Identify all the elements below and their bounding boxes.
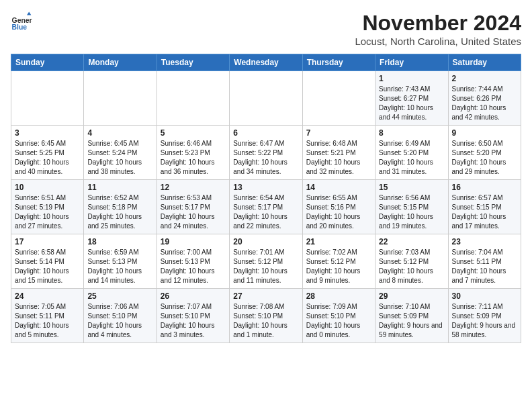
calendar-cell <box>230 71 302 126</box>
day-detail: Sunrise: 6:53 AM Sunset: 5:17 PM Dayligh… <box>161 193 226 231</box>
calendar-week-4: 17Sunrise: 6:58 AM Sunset: 5:14 PM Dayli… <box>11 234 521 289</box>
calendar-cell: 1Sunrise: 7:43 AM Sunset: 6:27 PM Daylig… <box>375 71 448 126</box>
day-detail: Sunrise: 6:57 AM Sunset: 5:15 PM Dayligh… <box>452 193 517 231</box>
subtitle: Locust, North Carolina, United States <box>355 36 521 47</box>
day-detail: Sunrise: 6:58 AM Sunset: 5:14 PM Dayligh… <box>15 248 80 285</box>
calendar-cell: 30Sunrise: 7:11 AM Sunset: 5:09 PM Dayli… <box>448 289 521 343</box>
day-detail: Sunrise: 7:02 AM Sunset: 5:12 PM Dayligh… <box>306 248 371 285</box>
calendar-cell: 29Sunrise: 7:10 AM Sunset: 5:09 PM Dayli… <box>375 289 448 343</box>
calendar-week-2: 3Sunrise: 6:45 AM Sunset: 5:25 PM Daylig… <box>11 126 521 180</box>
calendar-cell: 2Sunrise: 7:44 AM Sunset: 6:26 PM Daylig… <box>448 71 521 126</box>
day-detail: Sunrise: 7:44 AM Sunset: 6:26 PM Dayligh… <box>452 85 517 122</box>
calendar-cell <box>11 71 84 126</box>
day-detail: Sunrise: 7:06 AM Sunset: 5:10 PM Dayligh… <box>87 302 152 340</box>
svg-text:Blue: Blue <box>12 24 28 31</box>
day-number: 17 <box>15 237 80 246</box>
day-number: 15 <box>379 183 444 192</box>
calendar-cell <box>302 71 375 126</box>
day-detail: Sunrise: 6:48 AM Sunset: 5:21 PM Dayligh… <box>306 139 371 177</box>
header-friday: Friday <box>375 54 448 71</box>
day-detail: Sunrise: 6:55 AM Sunset: 5:16 PM Dayligh… <box>306 193 371 231</box>
day-number: 29 <box>379 291 444 301</box>
calendar-cell: 13Sunrise: 6:54 AM Sunset: 5:17 PM Dayli… <box>230 180 302 234</box>
calendar-cell: 8Sunrise: 6:49 AM Sunset: 5:20 PM Daylig… <box>375 126 448 180</box>
day-number: 10 <box>15 183 80 192</box>
logo-icon: General Blue <box>11 11 32 32</box>
header-monday: Monday <box>84 54 157 71</box>
svg-marker-2 <box>27 12 31 15</box>
calendar-cell: 5Sunrise: 6:46 AM Sunset: 5:23 PM Daylig… <box>157 126 229 180</box>
day-number: 4 <box>87 128 152 138</box>
logo: General Blue <box>11 11 32 32</box>
day-number: 8 <box>379 128 444 138</box>
day-number: 26 <box>161 291 226 301</box>
calendar-cell: 27Sunrise: 7:08 AM Sunset: 5:10 PM Dayli… <box>230 289 302 343</box>
day-detail: Sunrise: 6:52 AM Sunset: 5:18 PM Dayligh… <box>87 193 152 231</box>
calendar-cell: 7Sunrise: 6:48 AM Sunset: 5:21 PM Daylig… <box>302 126 375 180</box>
calendar-cell: 12Sunrise: 6:53 AM Sunset: 5:17 PM Dayli… <box>157 180 229 234</box>
day-number: 7 <box>306 128 371 138</box>
calendar-cell: 18Sunrise: 6:59 AM Sunset: 5:13 PM Dayli… <box>84 234 157 289</box>
calendar-cell: 24Sunrise: 7:05 AM Sunset: 5:11 PM Dayli… <box>11 289 84 343</box>
day-detail: Sunrise: 6:45 AM Sunset: 5:25 PM Dayligh… <box>15 139 80 177</box>
day-detail: Sunrise: 6:45 AM Sunset: 5:24 PM Dayligh… <box>87 139 152 177</box>
svg-text:General: General <box>12 17 32 24</box>
calendar-cell: 15Sunrise: 6:56 AM Sunset: 5:15 PM Dayli… <box>375 180 448 234</box>
day-detail: Sunrise: 6:54 AM Sunset: 5:17 PM Dayligh… <box>233 193 298 231</box>
calendar-cell: 25Sunrise: 7:06 AM Sunset: 5:10 PM Dayli… <box>84 289 157 343</box>
calendar-cell <box>157 71 229 126</box>
day-detail: Sunrise: 7:11 AM Sunset: 5:09 PM Dayligh… <box>452 302 517 340</box>
day-number: 21 <box>306 237 371 246</box>
header-thursday: Thursday <box>302 54 375 71</box>
day-number: 25 <box>87 291 152 301</box>
calendar-week-1: 1Sunrise: 7:43 AM Sunset: 6:27 PM Daylig… <box>11 71 521 126</box>
calendar-week-5: 24Sunrise: 7:05 AM Sunset: 5:11 PM Dayli… <box>11 289 521 343</box>
calendar-cell: 16Sunrise: 6:57 AM Sunset: 5:15 PM Dayli… <box>448 180 521 234</box>
day-detail: Sunrise: 7:07 AM Sunset: 5:10 PM Dayligh… <box>161 302 226 340</box>
calendar-cell: 17Sunrise: 6:58 AM Sunset: 5:14 PM Dayli… <box>11 234 84 289</box>
calendar-cell: 28Sunrise: 7:09 AM Sunset: 5:10 PM Dayli… <box>302 289 375 343</box>
calendar-cell: 4Sunrise: 6:45 AM Sunset: 5:24 PM Daylig… <box>84 126 157 180</box>
day-detail: Sunrise: 6:50 AM Sunset: 5:20 PM Dayligh… <box>452 139 517 177</box>
calendar-cell: 14Sunrise: 6:55 AM Sunset: 5:16 PM Dayli… <box>302 180 375 234</box>
day-number: 24 <box>15 291 80 301</box>
day-number: 27 <box>233 291 298 301</box>
main-title: November 2024 <box>355 11 521 36</box>
day-number: 9 <box>452 128 517 138</box>
calendar-header-row: SundayMondayTuesdayWednesdayThursdayFrid… <box>11 54 521 71</box>
day-number: 1 <box>379 74 444 83</box>
day-number: 16 <box>452 183 517 192</box>
day-detail: Sunrise: 6:49 AM Sunset: 5:20 PM Dayligh… <box>379 139 444 177</box>
calendar-cell: 26Sunrise: 7:07 AM Sunset: 5:10 PM Dayli… <box>157 289 229 343</box>
calendar-cell: 11Sunrise: 6:52 AM Sunset: 5:18 PM Dayli… <box>84 180 157 234</box>
day-detail: Sunrise: 7:03 AM Sunset: 5:12 PM Dayligh… <box>379 248 444 285</box>
day-detail: Sunrise: 6:47 AM Sunset: 5:22 PM Dayligh… <box>233 139 298 177</box>
day-number: 14 <box>306 183 371 192</box>
calendar-cell: 9Sunrise: 6:50 AM Sunset: 5:20 PM Daylig… <box>448 126 521 180</box>
calendar-week-3: 10Sunrise: 6:51 AM Sunset: 5:19 PM Dayli… <box>11 180 521 234</box>
day-number: 6 <box>233 128 298 138</box>
day-detail: Sunrise: 6:59 AM Sunset: 5:13 PM Dayligh… <box>87 248 152 285</box>
day-number: 30 <box>452 291 517 301</box>
day-detail: Sunrise: 6:51 AM Sunset: 5:19 PM Dayligh… <box>15 193 80 231</box>
day-detail: Sunrise: 7:04 AM Sunset: 5:11 PM Dayligh… <box>452 248 517 285</box>
calendar-cell: 21Sunrise: 7:02 AM Sunset: 5:12 PM Dayli… <box>302 234 375 289</box>
day-number: 12 <box>161 183 226 192</box>
calendar-table: SundayMondayTuesdayWednesdayThursdayFrid… <box>11 54 521 343</box>
day-detail: Sunrise: 7:01 AM Sunset: 5:12 PM Dayligh… <box>233 248 298 285</box>
calendar-cell: 10Sunrise: 6:51 AM Sunset: 5:19 PM Dayli… <box>11 180 84 234</box>
day-detail: Sunrise: 7:09 AM Sunset: 5:10 PM Dayligh… <box>306 302 371 340</box>
day-number: 11 <box>87 183 152 192</box>
day-number: 19 <box>161 237 226 246</box>
day-detail: Sunrise: 7:08 AM Sunset: 5:10 PM Dayligh… <box>233 302 298 340</box>
calendar-cell <box>84 71 157 126</box>
day-number: 2 <box>452 74 517 83</box>
day-detail: Sunrise: 6:56 AM Sunset: 5:15 PM Dayligh… <box>379 193 444 231</box>
calendar-cell: 3Sunrise: 6:45 AM Sunset: 5:25 PM Daylig… <box>11 126 84 180</box>
calendar-cell: 20Sunrise: 7:01 AM Sunset: 5:12 PM Dayli… <box>230 234 302 289</box>
day-number: 22 <box>379 237 444 246</box>
calendar-cell: 19Sunrise: 7:00 AM Sunset: 5:13 PM Dayli… <box>157 234 229 289</box>
day-detail: Sunrise: 7:10 AM Sunset: 5:09 PM Dayligh… <box>379 302 444 340</box>
header-tuesday: Tuesday <box>157 54 229 71</box>
day-number: 23 <box>452 237 517 246</box>
